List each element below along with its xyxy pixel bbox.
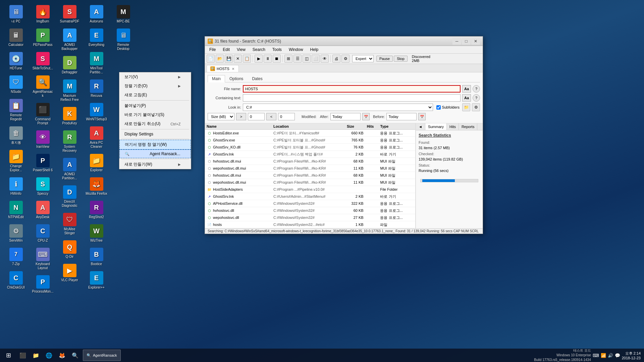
toolbar-copy[interactable]: 📋: [243, 55, 251, 63]
desktop-icon-change-explorer[interactable]: 📁 Change Explor...: [3, 148, 29, 174]
menu-edit[interactable]: Edit: [220, 47, 232, 53]
desktop-icon-anydesk[interactable]: A AnyDesk: [30, 199, 55, 221]
col-header-size[interactable]: Size: [347, 124, 367, 128]
criteria-tab-dates[interactable]: Dates: [248, 75, 267, 82]
desktop-icon-imgburn[interactable]: 🔥 ImgBurn: [30, 3, 55, 25]
desktop-icon-explorer[interactable]: 📁 Explorer: [84, 152, 109, 174]
search-tab-hosts[interactable]: 🔍 HOSTS ✕: [207, 65, 239, 72]
containing-help-btn[interactable]: ?: [473, 94, 480, 102]
pause-button[interactable]: Pause: [376, 56, 393, 62]
desktop-icon-vlc[interactable]: ▶ VLC Player: [57, 262, 82, 284]
desktop-icon-my-pc[interactable]: 🖥 내 PC: [3, 3, 29, 25]
containing-text-input[interactable]: [243, 94, 461, 102]
desktop-icon-7zip[interactable]: 7 7-Zip: [3, 246, 29, 268]
desktop-icon-macrium[interactable]: M Macrium Reflect Free: [57, 78, 82, 104]
table-row[interactable]: 📄 hosts C:#Windows#System32...#etc# 1 KB…: [205, 221, 415, 228]
taskbar-icon-firefox[interactable]: 🦊: [56, 349, 68, 361]
toolbar-options[interactable]: ⚙: [341, 55, 350, 63]
context-menu-item-paste[interactable]: 붙여넣기(P): [119, 101, 191, 110]
desktop-icon-aomei[interactable]: A AOMEI Backupper: [57, 27, 82, 53]
rpanel-tab-summary[interactable]: Summary: [425, 123, 447, 130]
desktop-icon-nsudo[interactable]: 🛡 NSudo: [3, 74, 29, 96]
expert-mode-dropdown[interactable]: Expert: [352, 55, 374, 62]
context-menu-item-refresh[interactable]: 새로 고침(E): [119, 90, 191, 100]
col-header-type[interactable]: Type: [380, 124, 414, 128]
desktop-icon-produkey[interactable]: K ProduKey: [57, 105, 82, 127]
toolbar-delete[interactable]: ✕: [234, 55, 242, 63]
desktop-icon-remote-desktop[interactable]: 🖥 Remote Desktop: [111, 27, 136, 53]
toolbar-save[interactable]: 💾: [225, 55, 233, 63]
containing-aa-btn[interactable]: Aa: [462, 94, 471, 102]
taskbar-icon-agentransack-taskbar[interactable]: 🔍: [69, 349, 81, 361]
desktop-icon-recuva[interactable]: R Recuva: [84, 78, 109, 100]
criteria-tab-options[interactable]: Options: [225, 75, 248, 82]
taskbar-app-agentransack[interactable]: 🔍 AgentRansack: [83, 350, 121, 361]
desktop-icon-command-prompt[interactable]: ⬛ Command Prompt: [30, 101, 55, 127]
size-val-2[interactable]: [278, 113, 295, 120]
desktop-icon-system-recovery[interactable]: R System Recovery: [57, 129, 82, 155]
context-menu-item-undo[interactable]: 새로 만들기 취소(U) Ctrl+Z: [119, 119, 191, 128]
table-row[interactable]: 📁 HostSideAdapters C:#Program ...#Pipeli…: [205, 186, 415, 193]
desktop-icon-directx[interactable]: D DirectX Diagnostic: [57, 184, 82, 209]
window-close-button[interactable]: ✕: [471, 38, 480, 45]
window-maximize-button[interactable]: □: [462, 38, 471, 45]
desktop-icon-autoruns[interactable]: A Autoruns: [84, 3, 109, 25]
toolbar-stop[interactable]: ⏹: [273, 55, 281, 63]
toolbar-open[interactable]: 📂: [216, 55, 224, 63]
window-minimize-button[interactable]: ─: [452, 38, 461, 45]
desktop-icon-trash[interactable]: 🗑 휴지통: [3, 125, 29, 146]
desktop-icon-serviwin[interactable]: ⚙ ServiWin: [3, 223, 29, 244]
size-combo[interactable]: Size (kB): [208, 113, 234, 120]
table-row[interactable]: ⬡ HostsEditor.exe C:#PE더 포터...#Yamicsoft…: [205, 130, 415, 137]
table-row[interactable]: ↗ GhostSrv.lnk C:#Users#Admin...#StartMe…: [205, 193, 415, 200]
context-menu-item-agentransack[interactable]: 🔍 Agent Ransack...: [119, 149, 191, 158]
table-row[interactable]: ⬡ wepohostsvc.dll C:#Windows#System32# 2…: [205, 214, 415, 221]
taskbar-icon-search[interactable]: ⬛: [17, 349, 29, 361]
rpanel-tab-collapse[interactable]: ◄: [416, 123, 425, 130]
desktop-icon-firefox[interactable]: 🦊 Mozilla Firefox: [84, 176, 109, 197]
desktop-icon-slidetoshut[interactable]: S SlideToShut...: [30, 50, 55, 72]
desktop-icon-hdtune[interactable]: 💿 HDTune: [3, 50, 29, 72]
menu-view[interactable]: View: [234, 47, 248, 53]
tab-close-button[interactable]: ✕: [231, 67, 235, 71]
desktop-icon-speccy[interactable]: S Speccy: [30, 176, 55, 197]
menu-tools[interactable]: Tools: [270, 47, 284, 53]
context-menu-item-display[interactable]: Display Settings: [119, 130, 191, 138]
taskbar-icon-explorer[interactable]: 📁: [30, 349, 42, 361]
desktop-icon-pepasspass[interactable]: P PEPassPass: [30, 27, 55, 49]
look-in-folder-btn[interactable]: 📁: [462, 103, 470, 111]
desktop-icon-cpuz[interactable]: C CPU-Z: [30, 223, 55, 244]
context-menu-item-paste-shortcut[interactable]: 바로 가기 붙여넣기(S): [119, 110, 191, 119]
desktop-icon-iranview[interactable]: 👁 IranView: [30, 129, 55, 150]
context-menu-item-sort[interactable]: 정렬 기준(O) ▶: [119, 81, 191, 90]
menu-help[interactable]: Help: [308, 47, 321, 53]
taskbar-icon-ie[interactable]: 🌐: [43, 349, 55, 361]
table-row[interactable]: ⬡ hvhostsvc.dll C:#Windows#System32# 60 …: [205, 207, 415, 214]
file-name-aa-btn[interactable]: Aa: [462, 85, 471, 93]
desktop-icon-regshot2[interactable]: R RegShot2: [84, 199, 109, 221]
desktop-icon-qdir[interactable]: Q Q-Dir: [57, 239, 82, 260]
desktop-icon-remote-regedit[interactable]: 📋 Remote Regedit: [3, 97, 29, 123]
desktop-icon-defraggler[interactable]: D Defraggler: [57, 54, 82, 76]
size-val-1[interactable]: [248, 113, 265, 120]
desktop-icon-processmon[interactable]: P ProcessMon...: [30, 274, 55, 295]
menu-file[interactable]: File: [207, 47, 218, 53]
toolbar-start[interactable]: ▶: [255, 55, 263, 63]
table-row[interactable]: ⬡ GhostSrv.exe C:#PE빌더 포터블 프...#Ghost# 7…: [205, 137, 415, 144]
desktop-icon-bootice[interactable]: B Bootice: [84, 246, 109, 268]
look-in-expand-btn[interactable]: ⚙: [472, 103, 480, 111]
subfolders-checkbox[interactable]: [436, 105, 441, 110]
col-header-location[interactable]: Location: [273, 124, 347, 128]
table-row[interactable]: ⬡ APHostService.dll C:#Windows#System32#…: [205, 200, 415, 207]
desktop-icon-sumatrapdf[interactable]: S SumatraPDF: [57, 3, 82, 25]
desktop-icon-powershell[interactable]: P PowerShell 6: [30, 152, 55, 174]
file-name-help-btn[interactable]: ?: [473, 85, 480, 93]
after-date-btn[interactable]: 📅: [362, 113, 370, 120]
before-date-btn[interactable]: 📅: [418, 113, 426, 120]
toolbar-view3[interactable]: ◫: [303, 55, 311, 63]
desktop-icon-chkdskgui[interactable]: C ChkDskGUI: [3, 269, 29, 291]
criteria-tab-main[interactable]: Main: [208, 75, 225, 82]
desktop-icon-agentransack[interactable]: 🔍 AgentRansack: [30, 74, 55, 100]
desktop-icon-ntpwedit[interactable]: N NTPWEdit: [3, 199, 29, 221]
table-row[interactable]: ⬡ wepohostsvc.dll.mui C:#Program Files#W…: [205, 165, 415, 172]
